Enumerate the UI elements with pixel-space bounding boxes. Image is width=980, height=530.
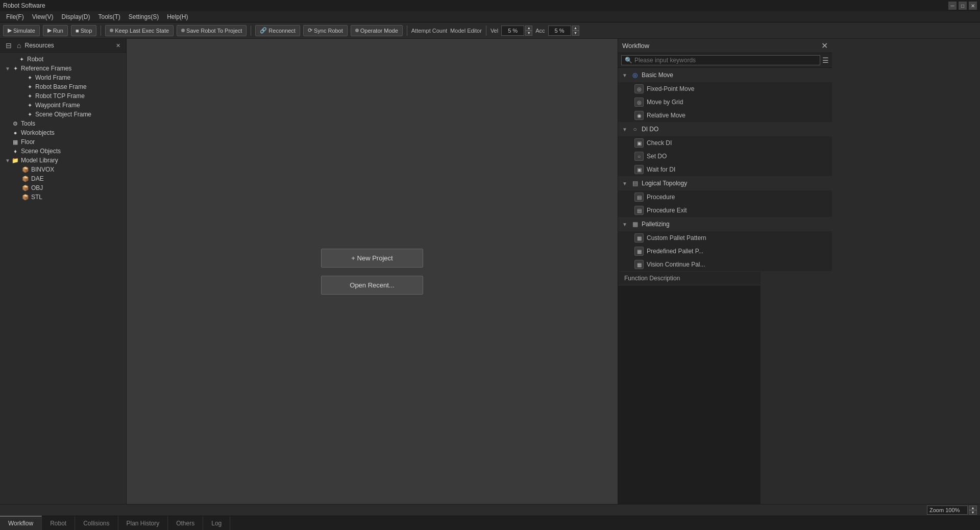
maximize-button[interactable]: □ xyxy=(959,2,967,10)
item-vision-continue-pal[interactable]: ▦ Vision Continue Pal... xyxy=(618,258,832,271)
stop-icon: ■ xyxy=(76,28,79,34)
keep-last-exec-button[interactable]: Keep Last Exec State xyxy=(105,25,174,36)
vel-input[interactable] xyxy=(501,26,524,36)
save-robot-button[interactable]: Save Robot To Project xyxy=(177,25,247,36)
item-fixed-point-move[interactable]: ◎ Fixed-Point Move xyxy=(618,82,832,95)
tree-item-world-frame[interactable]: ✦ World Frame xyxy=(0,73,126,82)
vision-continue-label: Vision Continue Pal... xyxy=(647,261,705,268)
set-do-icon: ○ xyxy=(634,152,644,161)
palletizing-toggle: ▼ xyxy=(622,222,628,227)
acc-up[interactable]: ▲ xyxy=(572,26,579,31)
model-library-label: Model Library xyxy=(21,157,126,164)
tab-plan-history[interactable]: Plan History xyxy=(118,516,168,530)
workflow-header: Workflow ✕ xyxy=(618,39,832,53)
tree-item-ref-frames[interactable]: ▼ ✦ Reference Frames xyxy=(0,64,126,73)
menu-tools[interactable]: Tools(T) xyxy=(94,12,124,21)
item-procedure[interactable]: ▤ Procedure xyxy=(618,190,832,204)
open-recent-button[interactable]: Open Recent... xyxy=(321,276,423,295)
workflow-search-input[interactable] xyxy=(634,57,817,64)
tab-robot[interactable]: Robot xyxy=(42,516,75,530)
title-bar: Robot Software ─ □ ✕ xyxy=(0,0,980,11)
tree-item-obj[interactable]: 📦 OBJ xyxy=(0,183,126,192)
vel-down[interactable]: ▼ xyxy=(525,31,532,36)
zoom-up[interactable]: ▲ xyxy=(969,505,977,510)
item-move-by-grid[interactable]: ◎ Move by Grid xyxy=(618,95,832,109)
robot-label: Robot xyxy=(27,56,126,63)
tree-item-robot-base-frame[interactable]: ✦ Robot Base Frame xyxy=(0,82,126,91)
tree-item-robot[interactable]: ✦ Robot xyxy=(0,55,126,64)
vel-up[interactable]: ▲ xyxy=(525,26,532,31)
vision-continue-icon: ▦ xyxy=(634,260,644,269)
zoom-input[interactable] xyxy=(927,505,968,515)
tree-item-workobjects[interactable]: ● Workobjects xyxy=(0,128,126,137)
acc-input[interactable] xyxy=(548,26,571,36)
zoom-down[interactable]: ▼ xyxy=(969,510,977,515)
obj-label: OBJ xyxy=(31,184,126,191)
workflow-sort-button[interactable]: ☰ xyxy=(822,56,829,64)
item-set-do[interactable]: ○ Set DO xyxy=(618,150,832,163)
resources-close-button[interactable]: ✕ xyxy=(114,42,122,50)
tab-workflow[interactable]: Workflow xyxy=(0,516,42,530)
menu-display[interactable]: Display(D) xyxy=(57,12,94,21)
tab-others[interactable]: Others xyxy=(168,516,203,530)
tree-item-scene-objects[interactable]: ♦ Scene Objects xyxy=(0,147,126,156)
move-by-grid-icon: ◎ xyxy=(634,98,644,107)
vel-input-group: ▲ ▼ xyxy=(501,26,532,36)
world-frame-label: World Frame xyxy=(35,74,126,81)
predefined-pallet-icon: ▦ xyxy=(634,247,644,256)
menu-help[interactable]: Help(H) xyxy=(163,12,192,21)
waypoint-frame-label: Waypoint Frame xyxy=(35,102,126,109)
simulate-button[interactable]: ▶ Simulate xyxy=(3,25,40,36)
tree-item-dae[interactable]: 📦 DAE xyxy=(0,174,126,183)
dae-icon: 📦 xyxy=(21,176,30,182)
acc-down[interactable]: ▼ xyxy=(572,31,579,36)
di-do-icon: ○ xyxy=(630,125,640,134)
tab-collisions[interactable]: Collisions xyxy=(75,516,118,530)
tree-item-stl[interactable]: 📦 STL xyxy=(0,192,126,202)
menu-file[interactable]: File(F) xyxy=(2,12,28,21)
di-do-toggle: ▼ xyxy=(622,127,628,132)
category-di-do[interactable]: ▼ ○ DI DO xyxy=(618,122,832,136)
tab-log[interactable]: Log xyxy=(203,516,230,530)
item-custom-pallet-pattern[interactable]: ▦ Custom Pallet Pattern xyxy=(618,231,832,245)
waypoint-frame-icon: ✦ xyxy=(26,102,34,109)
floor-icon: ▦ xyxy=(11,139,19,146)
operator-mode-button[interactable]: Operator Mode xyxy=(351,25,403,36)
menu-settings[interactable]: Settings(S) xyxy=(125,12,163,21)
run-button[interactable]: ▶ Run xyxy=(43,25,68,36)
resources-collapse-button[interactable]: ⊟ xyxy=(4,41,13,50)
category-basic-move[interactable]: ▼ ◎ Basic Move xyxy=(618,68,832,82)
resources-header: ⊟ ⌂ Resources ✕ xyxy=(0,39,126,53)
reconnect-button[interactable]: 🔗 Reconnect xyxy=(255,25,300,36)
operator-dot xyxy=(355,29,359,32)
sync-robot-button[interactable]: ⟳ Sync Robot xyxy=(303,25,348,36)
close-button[interactable]: ✕ xyxy=(969,2,977,10)
sync-icon: ⟳ xyxy=(308,27,312,34)
item-relative-move[interactable]: ◉ Relative Move xyxy=(618,109,832,122)
tree-item-waypoint-frame[interactable]: ✦ Waypoint Frame xyxy=(0,101,126,110)
menu-view[interactable]: View(V) xyxy=(28,12,58,21)
bottom-tabs: Workflow Robot Collisions Plan History O… xyxy=(0,516,980,530)
category-logical-topology[interactable]: ▼ ▤ Logical Topology xyxy=(618,176,832,190)
resources-home-button[interactable]: ⌂ xyxy=(15,41,22,50)
tree-item-scene-object-frame[interactable]: ✦ Scene Object Frame xyxy=(0,110,126,119)
relative-move-label: Relative Move xyxy=(647,112,685,119)
vel-spinner: ▲ ▼ xyxy=(525,26,532,36)
category-palletizing[interactable]: ▼ ▦ Palletizing xyxy=(618,217,832,231)
item-check-di[interactable]: ▣ Check DI xyxy=(618,136,832,150)
workflow-close-button[interactable]: ✕ xyxy=(821,41,828,51)
tree-item-floor[interactable]: ▦ Floor xyxy=(0,137,126,147)
tree-item-binvox[interactable]: 📦 BINVOX xyxy=(0,165,126,174)
resources-title: Resources xyxy=(24,42,54,49)
new-project-button[interactable]: + New Project xyxy=(321,249,423,268)
search-icon: 🔍 xyxy=(625,57,632,64)
tree-item-model-library[interactable]: ▼ 📁 Model Library xyxy=(0,156,126,165)
item-predefined-pallet[interactable]: ▦ Predefined Pallet P... xyxy=(618,245,832,258)
item-wait-for-di[interactable]: ▣ Wait for DI xyxy=(618,163,832,176)
item-procedure-exit[interactable]: ▤ Procedure Exit xyxy=(618,204,832,217)
stl-label: STL xyxy=(31,194,126,201)
tree-item-robot-tcp-frame[interactable]: ✦ Robot TCP Frame xyxy=(0,91,126,101)
minimize-button[interactable]: ─ xyxy=(948,2,957,10)
tree-item-tools[interactable]: ⚙ Tools xyxy=(0,119,126,128)
stop-button[interactable]: ■ Stop xyxy=(71,25,96,36)
